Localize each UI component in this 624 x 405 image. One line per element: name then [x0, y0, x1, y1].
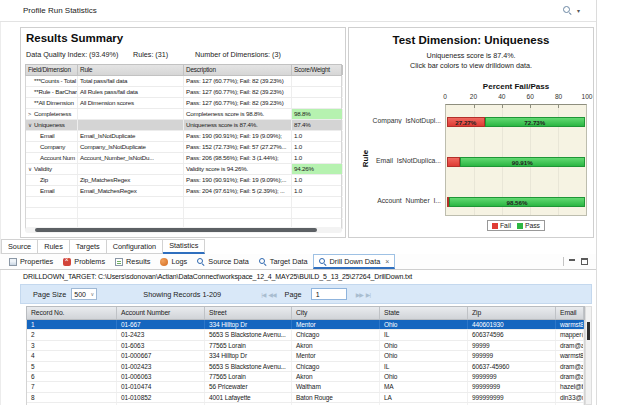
- rule-cell: [78, 120, 184, 130]
- results-row[interactable]: **All DimensionAll Dimension scoresPass:…: [26, 98, 341, 109]
- minimize-icon[interactable]: [569, 258, 576, 265]
- table-row[interactable]: 101-667334 Hilltop DrMentorOhio440601930…: [27, 320, 584, 330]
- vertical-scrollbar[interactable]: [585, 306, 592, 405]
- rule-cell: Company_IsNotDuplicate: [78, 142, 184, 152]
- fail-segment[interactable]: 27.27%: [447, 117, 485, 127]
- chevron-collapsed-icon[interactable]: >: [28, 110, 34, 119]
- page-label: Page: [285, 290, 302, 299]
- table-row[interactable]: 301-606377565 LorainAkronOhio99999dram@a…: [27, 341, 584, 351]
- page-toolbar: Page Size 500 ∨ Showing Records 1-209 |◀…: [20, 284, 592, 304]
- problems-icon: [63, 258, 71, 266]
- rule-cell: Zip_MatchesRegex: [78, 175, 184, 185]
- category-label: Company_IsNotDupl...: [351, 117, 441, 124]
- fail-segment[interactable]: [447, 157, 460, 167]
- field-cell: Zip: [26, 175, 78, 185]
- results-row[interactable]: >CompletenessCompleteness score is 98.8%…: [26, 109, 341, 120]
- results-row[interactable]: EmailEmail_IsNotDuplicatePass: 190 (90.9…: [26, 131, 341, 142]
- table-cell: 9999999: [468, 372, 556, 381]
- tab-targets[interactable]: Targets: [70, 239, 107, 254]
- page-size-label: Page Size: [33, 290, 66, 299]
- legend-item: Fail: [492, 222, 511, 229]
- results-row[interactable]: CompanyCompany_IsNotDuplicatePass: 152 (…: [26, 142, 341, 153]
- description-cell: Pass: 152 (72.73%); Fail: 57 (27.27%...: [184, 142, 292, 152]
- last-page-button[interactable]: ▶|: [366, 291, 370, 298]
- score-cell: 1.0: [292, 142, 343, 152]
- table-cell: 440601930: [468, 320, 556, 329]
- chevron-expanded-icon[interactable]: ∨: [28, 165, 34, 174]
- table-row[interactable]: 401-000667334 Hilltop DrMentorOhio999999…: [27, 351, 584, 361]
- score-cell: 87.4%: [292, 120, 343, 130]
- table-cell: 99999999: [468, 382, 556, 391]
- table-row[interactable]: 201-24235653 S Blackstone Avenu...Chicag…: [27, 330, 584, 340]
- results-row[interactable]: ***Counts - TotalTotal pass/fail dataPas…: [26, 76, 341, 87]
- column-header[interactable]: State: [380, 307, 468, 319]
- column-header[interactable]: Email: [556, 307, 584, 319]
- table-row[interactable]: 501-0024235653 S Blackstone Avenu...Chic…: [27, 362, 584, 372]
- logs-icon: [160, 258, 168, 266]
- column-header[interactable]: Street: [205, 307, 292, 319]
- view-tab-drill-down-data[interactable]: Drill Down Data×: [313, 254, 396, 269]
- table-row[interactable]: 601-00606377565 LorainAkronOhio9999999dr…: [27, 372, 584, 382]
- results-row[interactable]: Account NumAccount_Number_IsNotDu...Pass…: [26, 153, 341, 164]
- view-tab-properties[interactable]: Properties: [4, 254, 58, 269]
- pass-segment[interactable]: 90.91%: [460, 157, 585, 167]
- dimension-subtitle-hint: Click bar colors to view drilldown data.: [349, 61, 593, 70]
- tab-rules[interactable]: Rules: [38, 239, 70, 254]
- first-page-button[interactable]: |◀: [261, 291, 265, 298]
- results-row[interactable]: EmailEmail_MatchesRegexPass: 204 (97.61%…: [26, 186, 341, 197]
- horizontal-scrollbar-thumb[interactable]: [35, 228, 317, 232]
- next-page-button[interactable]: ▶▶: [356, 291, 363, 298]
- view-tab-problems[interactable]: Problems: [58, 254, 110, 269]
- results-row[interactable]: **Rule - BarCharAll Rules pass/fail data…: [26, 87, 341, 98]
- close-icon[interactable]: ×: [385, 258, 389, 265]
- rule-cell: [78, 164, 184, 174]
- maximize-icon[interactable]: [581, 258, 588, 265]
- table-cell: 6: [27, 372, 117, 381]
- column-header[interactable]: City: [292, 307, 380, 319]
- table-row[interactable]: 801-0108524001 LafayetteBaton RougeLA999…: [27, 393, 584, 403]
- pass-segment[interactable]: 72.73%: [485, 117, 585, 127]
- chevron-expanded-icon[interactable]: ∨: [28, 121, 34, 130]
- results-table-body: ***Counts - TotalTotal pass/fail dataPas…: [25, 76, 342, 231]
- search-icon[interactable]: [563, 6, 573, 16]
- horizontal-scrollbar[interactable]: [25, 227, 342, 233]
- view-tab-results[interactable]: Results: [110, 254, 155, 269]
- window-left-border: [0, 0, 1, 405]
- tab-source[interactable]: Source: [1, 239, 38, 254]
- column-header[interactable]: Record No.: [27, 307, 117, 319]
- view-tab-logs[interactable]: Logs: [155, 254, 192, 269]
- table-cell: 999999: [468, 351, 556, 360]
- page-input[interactable]: 1: [311, 288, 347, 300]
- view-tab-target-data[interactable]: Target Data: [254, 254, 313, 269]
- data-quality-index-label: Data Quality Index: (93.49%): [26, 50, 118, 59]
- table-cell: dram@ak: [556, 372, 584, 381]
- axis-tick-label: 20: [470, 93, 477, 100]
- description-cell: Pass: 190 (90.91%); Fail: 19 (9.09%);...: [184, 175, 292, 185]
- prev-page-button[interactable]: ◀◀: [268, 291, 275, 298]
- table-body: 101-667334 Hilltop DrMentorOhio440601930…: [26, 320, 585, 405]
- tab-configuration[interactable]: Configuration: [107, 239, 163, 254]
- table-cell: 334 Hilltop Dr: [205, 320, 292, 329]
- results-row[interactable]: ZipZip_MatchesRegexPass: 190 (90.91%); F…: [26, 175, 341, 186]
- table-row[interactable]: 701-01047456 PricewaterWalthamMA99999999…: [27, 382, 584, 392]
- chart-title: Percent Fail/Pass: [445, 82, 587, 91]
- chevron-down-icon[interactable]: ▾: [577, 7, 580, 14]
- view-controls: [563, 257, 588, 266]
- dimension-subtitle-score: Uniqueness score is 87.4%.: [349, 51, 593, 60]
- tick-mark: [558, 105, 559, 108]
- score-cell: 1.0: [292, 186, 343, 196]
- column-header[interactable]: Zip: [468, 307, 556, 319]
- vertical-scrollbar-thumb[interactable]: [587, 322, 590, 340]
- pass-segment[interactable]: 98.56%: [449, 197, 585, 207]
- view-tab-source-data[interactable]: Source Data: [192, 254, 254, 269]
- table-cell: 56 Pricewater: [205, 382, 292, 391]
- results-row[interactable]: ∨ValidityValidity score is 94.26%.94.26%: [26, 164, 341, 175]
- results-row[interactable]: ∨UniquenessUniqueness score is 87.4%.87.…: [26, 120, 341, 131]
- pass-swatch: [517, 223, 523, 229]
- titlebar-actions: ▾: [563, 6, 580, 16]
- table-cell: din33@nc: [556, 393, 584, 402]
- tab-statistics[interactable]: Statistics: [163, 239, 205, 254]
- column-header[interactable]: Account Number: [117, 307, 205, 319]
- table-cell: Mentor: [292, 351, 380, 360]
- page-size-select[interactable]: 500 ∨: [71, 288, 97, 300]
